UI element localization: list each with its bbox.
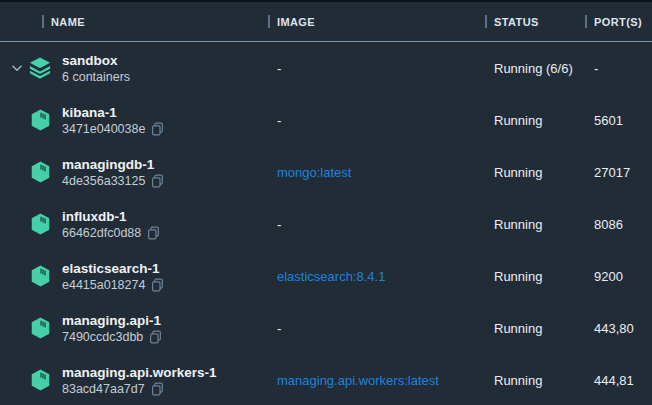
ports-text: 27017 — [585, 146, 652, 198]
image-cell: - — [268, 302, 485, 354]
container-name: managingdb-1 — [62, 156, 164, 173]
image-cell: elasticsearch:8.4.1 — [268, 250, 485, 302]
column-header-label: NAME — [51, 16, 85, 28]
image-cell: - — [268, 42, 485, 94]
container-name: influxdb-1 — [62, 208, 160, 225]
container-name: elasticsearch-1 — [62, 260, 164, 277]
table-row[interactable]: managing.api.workers-1 83acd47aa7d7 mana… — [0, 354, 652, 405]
ports-text: 9200 — [585, 250, 652, 302]
container-id: 66462dfc0d88 — [62, 225, 141, 241]
copy-icon[interactable] — [151, 122, 164, 136]
containers-table: NAME IMAGE STATUS PORT(S) — [0, 2, 652, 405]
table-row-compose-project[interactable]: sandbox 6 containers - Running (6/6) - — [0, 42, 652, 94]
column-header-image: IMAGE — [268, 2, 485, 41]
status-text: Running — [485, 146, 585, 198]
copy-icon[interactable] — [151, 278, 164, 292]
image-name: - — [277, 321, 281, 336]
container-name: kibana-1 — [62, 104, 164, 121]
container-name: managing.api-1 — [62, 312, 162, 329]
status-text: Running — [485, 354, 585, 405]
image-cell: - — [268, 198, 485, 250]
column-header-label: STATUS — [494, 16, 539, 28]
ports-text: 8086 — [585, 198, 652, 250]
container-icon — [30, 212, 51, 236]
table-header-row: NAME IMAGE STATUS PORT(S) — [0, 2, 652, 42]
table-row[interactable]: influxdb-1 66462dfc0d88 - Running 8086 — [0, 198, 652, 250]
column-separator — [268, 15, 270, 28]
status-text: Running — [485, 198, 585, 250]
column-header-status: STATUS — [485, 2, 585, 41]
container-id: 3471e040038e — [62, 121, 145, 137]
column-header-name: NAME — [0, 2, 268, 41]
column-header-label: IMAGE — [277, 16, 315, 28]
status-text: Running (6/6) — [485, 42, 585, 94]
container-name: managing.api.workers-1 — [62, 364, 217, 381]
container-icon — [30, 368, 51, 392]
container-name: sandbox — [62, 52, 130, 69]
name-cell: influxdb-1 66462dfc0d88 — [0, 198, 268, 250]
table-row[interactable]: elasticsearch-1 e4415a018274 elasticsear… — [0, 250, 652, 302]
stack-icon — [29, 57, 51, 80]
name-cell: kibana-1 3471e040038e — [0, 94, 268, 146]
image-link[interactable]: managing.api.workers:latest — [277, 373, 439, 388]
copy-icon[interactable] — [151, 174, 164, 188]
image-name: - — [277, 61, 281, 76]
image-name: - — [277, 217, 281, 232]
name-cell: managing.api.workers-1 83acd47aa7d7 — [0, 354, 268, 405]
image-name: - — [277, 113, 281, 128]
column-separator — [485, 15, 487, 28]
table-body: sandbox 6 containers - Running (6/6) - — [0, 42, 652, 405]
container-id: 7490ccdc3dbb — [62, 329, 143, 345]
copy-icon[interactable] — [151, 382, 164, 396]
table-row[interactable]: managing.api-1 7490ccdc3dbb - Running 44… — [0, 302, 652, 354]
table-row[interactable]: managingdb-1 4de356a33125 mongo:latest R… — [0, 146, 652, 198]
name-cell: sandbox 6 containers — [0, 42, 268, 94]
column-separator — [42, 15, 44, 28]
ports-text: 443,80 — [585, 302, 652, 354]
copy-icon[interactable] — [147, 226, 160, 240]
image-cell: mongo:latest — [268, 146, 485, 198]
image-link[interactable]: mongo:latest — [277, 165, 351, 180]
container-id: 6 containers — [62, 69, 130, 85]
column-separator — [585, 15, 587, 28]
column-header-label: PORT(S) — [594, 16, 642, 28]
copy-icon[interactable] — [149, 330, 162, 344]
status-text: Running — [485, 302, 585, 354]
container-icon — [30, 160, 51, 184]
chevron-down-icon[interactable] — [12, 65, 22, 72]
container-icon — [30, 264, 51, 288]
name-cell: elasticsearch-1 e4415a018274 — [0, 250, 268, 302]
ports-text: - — [585, 42, 652, 94]
container-id: e4415a018274 — [62, 277, 145, 293]
image-link[interactable]: elasticsearch:8.4.1 — [277, 269, 385, 284]
container-id: 4de356a33125 — [62, 173, 145, 189]
container-icon — [30, 108, 51, 132]
image-cell: managing.api.workers:latest — [268, 354, 485, 405]
name-cell: managing.api-1 7490ccdc3dbb — [0, 302, 268, 354]
column-header-ports: PORT(S) — [585, 2, 652, 41]
container-icon — [30, 316, 51, 340]
name-cell: managingdb-1 4de356a33125 — [0, 146, 268, 198]
image-cell: - — [268, 94, 485, 146]
table-row[interactable]: kibana-1 3471e040038e - Running 5601 — [0, 94, 652, 146]
status-text: Running — [485, 250, 585, 302]
ports-text: 444,81 — [585, 354, 652, 405]
ports-text: 5601 — [585, 94, 652, 146]
container-id: 83acd47aa7d7 — [62, 381, 145, 397]
status-text: Running — [485, 94, 585, 146]
